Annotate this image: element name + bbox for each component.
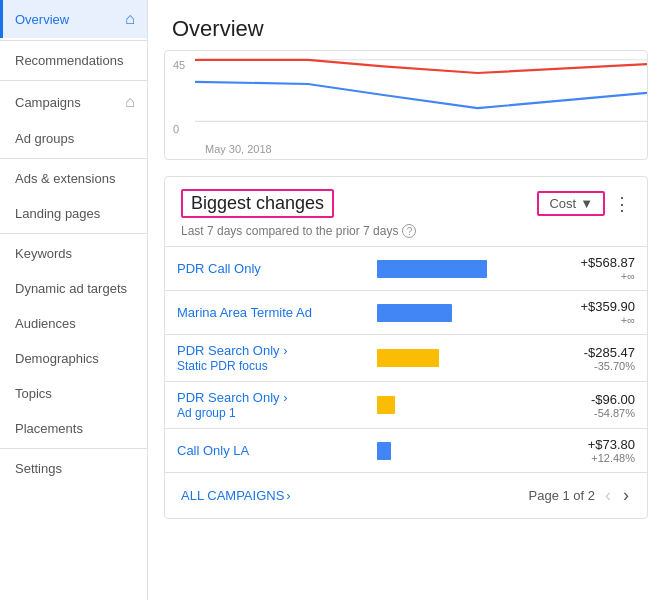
sidebar-item-label: Dynamic ad targets: [15, 281, 127, 296]
sidebar-item-recommendations[interactable]: Recommendations: [0, 43, 147, 78]
value-pct: +∞: [557, 314, 635, 326]
value-amount: +$73.80: [588, 437, 635, 452]
name-cell: PDR Search Only ›Static PDR focus: [165, 335, 365, 382]
campaign-name-link[interactable]: PDR Call Only: [177, 261, 353, 276]
bc-subtitle: Last 7 days compared to the prior 7 days…: [165, 222, 647, 246]
sidebar: Overview ⌂ Recommendations Campaigns ⌂ A…: [0, 0, 148, 600]
table-row: PDR Call Only+$568.87+∞: [165, 247, 647, 291]
home-icon: ⌂: [125, 10, 135, 28]
sidebar-item-dynamic-ad-targets[interactable]: Dynamic ad targets: [0, 271, 147, 306]
cost-dropdown-button[interactable]: Cost ▼: [537, 191, 605, 216]
chart-area: 45 0 May 30, 2018: [164, 50, 648, 160]
yellow-bar: [377, 396, 395, 414]
sidebar-item-placements[interactable]: Placements: [0, 411, 147, 446]
sidebar-item-label: Demographics: [15, 351, 99, 366]
sidebar-item-audiences[interactable]: Audiences: [0, 306, 147, 341]
sidebar-divider: [0, 448, 147, 449]
value-pct: +∞: [557, 270, 635, 282]
bc-title: Biggest changes: [181, 189, 334, 218]
sidebar-divider: [0, 40, 147, 41]
bar-cell: [365, 382, 545, 429]
chart-y-label-45: 45: [173, 59, 185, 71]
value-amount: -$96.00: [591, 392, 635, 407]
sidebar-item-label: Keywords: [15, 246, 72, 261]
home-icon: ⌂: [125, 93, 135, 111]
chart-x-label: May 30, 2018: [205, 143, 272, 155]
more-options-icon[interactable]: ⋮: [613, 193, 631, 215]
blue-bar: [377, 442, 391, 460]
value-cell: -$285.47-35.70%: [545, 335, 647, 382]
sidebar-item-demographics[interactable]: Demographics: [0, 341, 147, 376]
bc-header: Biggest changes Cost ▼ ⋮: [165, 177, 647, 222]
bar-container: [377, 301, 533, 325]
campaign-name-link[interactable]: Call Only LA: [177, 443, 353, 458]
sidebar-item-label: Campaigns: [15, 95, 81, 110]
value-cell: +$568.87+∞: [545, 247, 647, 291]
name-cell: Call Only LA: [165, 429, 365, 473]
campaign-name-link[interactable]: PDR Search Only ›: [177, 343, 353, 358]
name-cell: PDR Call Only: [165, 247, 365, 291]
chart-y-label-0: 0: [173, 123, 179, 135]
sidebar-item-label: Topics: [15, 386, 52, 401]
ad-group-name-link[interactable]: Static PDR focus: [177, 359, 268, 373]
pagination: Page 1 of 2 ‹ ›: [529, 483, 632, 508]
cost-label: Cost: [549, 196, 576, 211]
sidebar-item-keywords[interactable]: Keywords: [0, 236, 147, 271]
table-row: PDR Search Only ›Ad group 1-$96.00-54.87…: [165, 382, 647, 429]
biggest-changes-section: Biggest changes Cost ▼ ⋮ Last 7 days com…: [164, 176, 648, 519]
name-cell: PDR Search Only ›Ad group 1: [165, 382, 365, 429]
main-content: Overview 45 0 May 30, 2018 Biggest chang…: [148, 0, 664, 600]
value-pct: +12.48%: [557, 452, 635, 464]
page-title: Overview: [148, 0, 664, 50]
bar-container: [377, 393, 533, 417]
sidebar-item-topics[interactable]: Topics: [0, 376, 147, 411]
value-cell: -$96.00-54.87%: [545, 382, 647, 429]
table-row: PDR Search Only ›Static PDR focus-$285.4…: [165, 335, 647, 382]
bar-cell: [365, 291, 545, 335]
sidebar-item-label: Placements: [15, 421, 83, 436]
chevron-right-icon: ›: [286, 488, 290, 503]
blue-bar: [377, 260, 487, 278]
table-row: Call Only LA+$73.80+12.48%: [165, 429, 647, 473]
bar-cell: [365, 335, 545, 382]
dropdown-arrow-icon: ▼: [580, 196, 593, 211]
bar-container: [377, 346, 533, 370]
chart-svg: [195, 51, 647, 139]
value-cell: +$73.80+12.48%: [545, 429, 647, 473]
value-cell: +$359.90+∞: [545, 291, 647, 335]
sidebar-item-settings[interactable]: Settings: [0, 451, 147, 486]
page-info: Page 1 of 2: [529, 488, 596, 503]
sidebar-item-label: Recommendations: [15, 53, 123, 68]
value-amount: -$285.47: [584, 345, 635, 360]
bc-table: PDR Call Only+$568.87+∞Marina Area Termi…: [165, 246, 647, 472]
prev-page-button[interactable]: ‹: [603, 483, 613, 508]
sidebar-item-label: Overview: [15, 12, 69, 27]
sidebar-item-label: Settings: [15, 461, 62, 476]
sidebar-item-ads-extensions[interactable]: Ads & extensions: [0, 161, 147, 196]
sidebar-item-ad-groups[interactable]: Ad groups: [0, 121, 147, 156]
blue-bar: [377, 304, 452, 322]
sidebar-divider: [0, 233, 147, 234]
campaign-name-link[interactable]: Marina Area Termite Ad: [177, 305, 353, 320]
all-campaigns-label: ALL CAMPAIGNS: [181, 488, 284, 503]
sidebar-item-landing-pages[interactable]: Landing pages: [0, 196, 147, 231]
sidebar-item-overview[interactable]: Overview ⌂: [0, 0, 147, 38]
info-icon[interactable]: ?: [402, 224, 416, 238]
all-campaigns-link[interactable]: ALL CAMPAIGNS ›: [181, 488, 291, 503]
bar-cell: [365, 247, 545, 291]
sidebar-item-label: Ad groups: [15, 131, 74, 146]
name-cell: Marina Area Termite Ad: [165, 291, 365, 335]
campaign-name-link[interactable]: PDR Search Only ›: [177, 390, 353, 405]
sidebar-item-label: Audiences: [15, 316, 76, 331]
ad-group-name-link[interactable]: Ad group 1: [177, 406, 236, 420]
sidebar-divider: [0, 80, 147, 81]
bc-header-right: Cost ▼ ⋮: [537, 191, 631, 216]
next-page-button[interactable]: ›: [621, 483, 631, 508]
table-row: Marina Area Termite Ad+$359.90+∞: [165, 291, 647, 335]
yellow-bar: [377, 349, 439, 367]
sidebar-item-campaigns[interactable]: Campaigns ⌂: [0, 83, 147, 121]
value-pct: -35.70%: [557, 360, 635, 372]
bar-cell: [365, 429, 545, 473]
sidebar-item-label: Landing pages: [15, 206, 100, 221]
subtitle-text: Last 7 days compared to the prior 7 days: [181, 224, 398, 238]
